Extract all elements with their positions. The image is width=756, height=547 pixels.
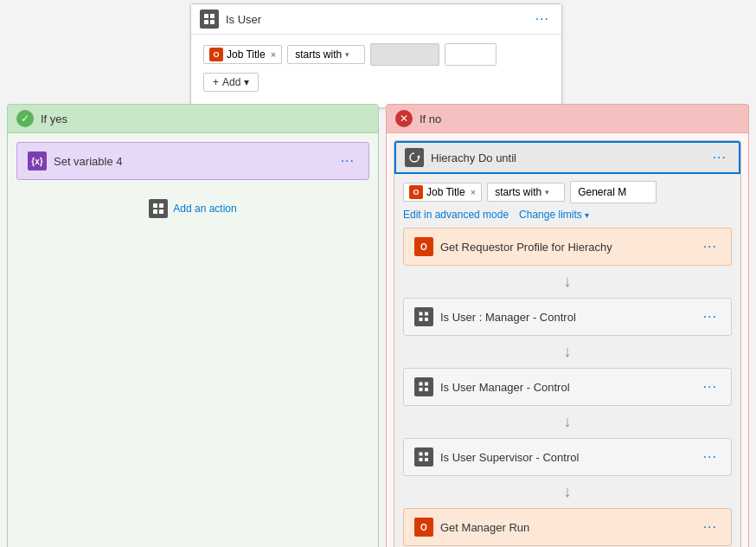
condition-card-title: Is User [226,13,525,26]
condition-card-menu-button[interactable]: ··· [532,11,553,27]
action-is-user-condition-icon [414,307,433,326]
operator-arrow-icon: ▾ [345,50,349,59]
arrow-down-icon-1: ↓ [564,273,572,291]
svg-rect-4 [153,203,157,208]
do-until-operator-dropdown[interactable]: starts with ▾ [487,183,565,202]
variable-icon: {x} [28,151,47,171]
arrow-down-icon-2: ↓ [564,343,572,361]
do-until-job-title-tag[interactable]: O Job Title × [403,183,482,202]
svg-rect-14 [425,383,428,386]
svg-rect-3 [210,20,215,24]
arrow-connector-1: ↓ [403,271,732,293]
svg-rect-12 [425,318,428,321]
action-get-requestor-label: O Get Requestor Profile for Hierachy [414,237,612,256]
set-variable-4-label: {x} Set variable 4 [28,151,123,171]
filter-value-input[interactable] [445,43,497,66]
panel-no-label: If no [420,113,441,125]
job-title-tag-label: Job Title [227,48,266,61]
svg-rect-5 [159,203,163,208]
svg-rect-10 [425,312,428,316]
condition-card-header: Is User ··· [191,4,561,35]
do-until-links: Edit in advanced mode Change limits ▾ [403,209,732,221]
action-get-manager-title: Get Manager Run [440,521,529,534]
panel-yes-header: ✓ If yes [8,105,378,133]
action-get-manager-card: O Get Manager Run ··· [403,508,732,546]
add-action-icon [149,199,168,218]
do-until-container: ··· O Job Title × starts with ▾ [394,140,741,547]
add-icon: + [213,76,219,88]
svg-rect-19 [420,458,423,461]
arrow-down-icon-4: ↓ [564,483,572,501]
action-is-user-manager-2-card: Is User Manager - Control ··· [403,368,732,406]
add-action-text: Add an action [173,203,236,215]
operator-label: starts with [295,48,342,61]
svg-rect-9 [420,312,423,316]
action-is-user-supervisor-condition-icon [414,447,433,467]
arrow-connector-4: ↓ [403,481,732,503]
svg-rect-1 [210,14,215,18]
action-get-requestor-menu-button[interactable]: ··· [700,239,721,254]
svg-rect-15 [420,388,423,391]
svg-rect-13 [420,383,423,386]
condition-card-body: O Job Title × starts with ▾ + Add ▾ [191,35,561,107]
no-cross-icon: ✕ [395,110,413,127]
action-is-user-supervisor-menu-button[interactable]: ··· [700,449,721,465]
action-is-user-supervisor-label: Is User Supervisor - Control [414,447,579,467]
set-variable-4-menu-button[interactable]: ··· [337,153,358,169]
action-get-manager-label: O Get Manager Run [414,518,529,537]
change-limits-label: Change limits [519,209,582,221]
svg-marker-8 [417,155,420,158]
add-action-link[interactable]: Add an action [8,189,378,228]
do-until-tag-label: Job Title [426,186,465,198]
svg-rect-17 [420,453,423,456]
change-limits-link[interactable]: Change limits ▾ [519,209,589,221]
do-until-header: ··· [394,141,740,174]
loop-icon [405,148,424,167]
action-is-user-manager-2-title: Is User Manager - Control [440,381,570,394]
add-condition-button[interactable]: + Add ▾ [203,73,259,92]
action-get-manager-menu-button[interactable]: ··· [700,519,721,535]
do-until-title-input[interactable] [431,151,702,164]
edit-advanced-mode-link[interactable]: Edit in advanced mode [403,209,509,221]
add-arrow-icon: ▾ [244,76,249,88]
do-until-menu-button[interactable]: ··· [709,150,730,165]
do-until-operator-label: starts with [495,186,541,198]
svg-rect-0 [204,14,208,18]
operator-dropdown[interactable]: starts with ▾ [287,45,365,64]
svg-rect-18 [425,453,428,456]
do-until-body: O Job Title × starts with ▾ Edit in adva… [394,174,740,547]
arrow-connector-2: ↓ [403,341,732,363]
svg-rect-16 [425,388,428,391]
svg-rect-6 [153,209,157,214]
arrow-down-icon-3: ↓ [564,413,572,431]
svg-rect-7 [159,209,163,214]
filter-value-input-blurred[interactable] [370,43,439,66]
action-get-requestor-title: Get Requestor Profile for Hierachy [440,241,612,254]
panel-no-header: ✕ If no [387,105,748,133]
action-is-user-supervisor-card: Is User Supervisor - Control ··· [403,438,732,476]
top-condition-card: Is User ··· O Job Title × starts with ▾ [190,3,562,108]
arrow-connector-3: ↓ [403,411,732,433]
action-is-user-supervisor-title: Is User Supervisor - Control [440,451,579,464]
do-until-value-input[interactable] [570,181,657,203]
do-until-operator-arrow-icon: ▾ [545,188,549,196]
add-label: Add [222,76,240,88]
set-variable-4-title: Set variable 4 [54,155,123,168]
add-row: + Add ▾ [203,73,549,92]
svg-rect-2 [204,20,208,24]
action-get-manager-o365-icon: O [414,518,433,537]
do-until-tag-close[interactable]: × [471,187,476,197]
filter-row: O Job Title × starts with ▾ [203,43,549,66]
job-title-tag-close[interactable]: × [271,49,276,60]
panel-yes: ✓ If yes {x} Set variable 4 ··· [7,104,379,547]
action-is-user-manager-2-menu-button[interactable]: ··· [700,379,721,395]
action-get-requestor-o365-icon: O [414,237,433,256]
job-title-tag[interactable]: O Job Title × [203,45,282,64]
panel-yes-label: If yes [41,113,67,125]
change-limits-chevron-icon: ▾ [585,210,589,220]
set-variable-4-card: {x} Set variable 4 ··· [16,142,369,180]
yes-check-icon: ✓ [16,110,34,127]
do-until-o365-icon: O [409,185,423,199]
action-is-user-manager-2-label: Is User Manager - Control [414,377,570,396]
action-is-user-manager-menu-button[interactable]: ··· [700,309,721,325]
